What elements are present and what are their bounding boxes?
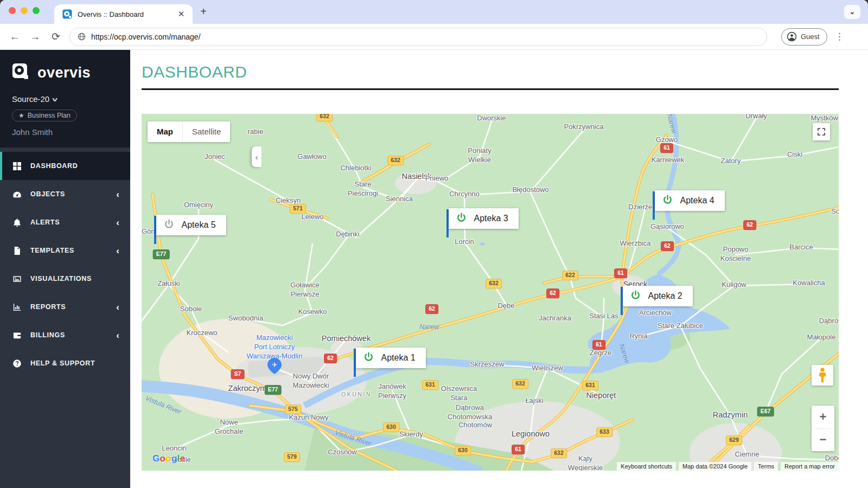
map-town-label: Nowy Dwór Mazowiecki bbox=[292, 372, 329, 390]
road-badge: 62 bbox=[425, 304, 438, 314]
tab-search-chevron-icon[interactable]: ⌄ bbox=[844, 5, 860, 19]
marker-box[interactable]: Apteka 3 bbox=[449, 208, 519, 229]
map-town-label: OKUNIN bbox=[341, 391, 372, 399]
sidebar-item-reports[interactable]: REPORTS‹ bbox=[0, 293, 130, 321]
sidebar-item-visualizations[interactable]: VISUALIZATIONS bbox=[0, 265, 130, 293]
power-status-icon bbox=[363, 351, 374, 365]
marker-label: Apteka 3 bbox=[474, 214, 508, 223]
street-view-pegman-button[interactable] bbox=[812, 365, 833, 386]
minimize-window-button[interactable] bbox=[21, 7, 28, 14]
url-bar[interactable]: https://ocp.overvis.com/manage/ bbox=[69, 28, 767, 46]
map-town-label: Dębe bbox=[497, 301, 514, 311]
sidebar-item-objects[interactable]: OBJECTS‹ bbox=[0, 180, 130, 208]
chart-icon bbox=[12, 302, 22, 312]
map-attribution: Keyboard shortcutsMap data ©2024 GoogleT… bbox=[617, 462, 839, 471]
title-divider bbox=[142, 88, 839, 90]
chevron-left-icon: ‹ bbox=[116, 190, 119, 199]
map-town-label: Swobodnia bbox=[228, 314, 263, 323]
forward-icon[interactable]: → bbox=[25, 31, 46, 43]
map-town-label: Chotomów bbox=[458, 421, 492, 430]
avatar-icon bbox=[787, 31, 797, 42]
zoom-in-button[interactable]: + bbox=[812, 406, 834, 428]
browser-toolbar: ← → ⟳ https://ocp.overvis.com/manage/ Gu… bbox=[0, 24, 868, 50]
map-town-label: Olszewnica Stara bbox=[441, 384, 477, 403]
overvis-favicon-icon bbox=[62, 9, 72, 19]
map-town-label: Łajski bbox=[525, 396, 543, 406]
map-type-satellite-button[interactable]: Satellite bbox=[182, 121, 230, 142]
road-badge: 622 bbox=[562, 271, 578, 280]
sidebar-item-label: OBJECTS bbox=[30, 190, 65, 198]
plan-badge-label: Business Plan bbox=[28, 112, 71, 119]
attribution-keyboard-shortcuts[interactable]: Keyboard shortcuts bbox=[617, 462, 676, 471]
map-town-label: Janówek Pierwszy bbox=[378, 382, 406, 401]
marker-box[interactable]: Apteka 1 bbox=[356, 348, 426, 368]
marker-box[interactable]: Apteka 4 bbox=[655, 190, 725, 211]
map-town-label: Karniewek bbox=[652, 156, 685, 165]
guest-label: Guest bbox=[801, 33, 820, 41]
sidebar-item-help-support[interactable]: HELP & SUPPORT bbox=[0, 349, 130, 377]
marker-label: Apteka 1 bbox=[381, 353, 416, 363]
map-water-label: Narew bbox=[419, 323, 439, 331]
new-tab-icon[interactable]: + bbox=[196, 5, 210, 19]
map-town-label: Barcice bbox=[789, 243, 813, 252]
fullscreen-icon bbox=[817, 127, 826, 136]
zoom-out-button[interactable]: − bbox=[812, 429, 834, 452]
source-selector[interactable]: Source-20 v bbox=[12, 94, 130, 104]
attribution-map-data-2024-google: Map data ©2024 Google bbox=[679, 462, 751, 471]
map-town-label: Nowe Grochale bbox=[215, 418, 244, 436]
map-water-label: Vistula River bbox=[144, 394, 182, 415]
marker-box[interactable]: Apteka 5 bbox=[156, 215, 226, 235]
map-town-label: Kąty Węgierskie bbox=[568, 454, 603, 471]
attribution-terms[interactable]: Terms bbox=[754, 462, 778, 471]
map-type-map-button[interactable]: Map bbox=[148, 121, 182, 142]
overvis-logo-icon bbox=[12, 63, 31, 82]
road-badge: 571 bbox=[290, 204, 306, 214]
airport-label: Mazowiecki Port Lotniczy Warszawa-Modlin bbox=[247, 333, 303, 361]
guest-profile-button[interactable]: Guest bbox=[781, 28, 827, 46]
tab-close-icon[interactable]: ✕ bbox=[176, 9, 186, 19]
map-town-label: Chrcynno bbox=[449, 190, 480, 199]
back-icon[interactable]: ← bbox=[4, 31, 25, 43]
page-title: DASHBOARD bbox=[142, 63, 839, 81]
road-badge: 61 bbox=[614, 268, 627, 278]
globe-icon bbox=[78, 33, 86, 41]
sidebar-item-label: HELP & SUPPORT bbox=[30, 359, 95, 367]
help-icon bbox=[12, 358, 22, 368]
map-town-label: Gąsiorowo bbox=[650, 222, 684, 232]
reload-icon[interactable]: ⟳ bbox=[46, 30, 66, 43]
maximize-window-button[interactable] bbox=[33, 7, 40, 14]
map-canvas[interactable]: rabieJoniecGawłowoDworskiePokrzywnicaDrw… bbox=[142, 114, 839, 471]
sidebar-item-billings[interactable]: BILLINGS‹ bbox=[0, 321, 130, 349]
airport-pin-icon: ✈ bbox=[267, 358, 282, 374]
map-type-control: Map Satellite bbox=[148, 121, 230, 142]
attribution-report-a-map-error[interactable]: Report a map error bbox=[781, 462, 839, 471]
sidebar-collapse-button[interactable]: ‹ bbox=[252, 146, 261, 167]
sidebar-item-label: VISUALIZATIONS bbox=[30, 275, 92, 282]
map-town-label: Załuski bbox=[157, 279, 180, 288]
close-window-button[interactable] bbox=[9, 7, 16, 14]
map-town-label: Nieporęt bbox=[586, 390, 616, 401]
gauge-icon bbox=[12, 189, 22, 199]
sidebar-item-label: REPORTS bbox=[30, 303, 66, 311]
road-badge: 631 bbox=[422, 380, 438, 390]
map-town-label: Pokrzywnica bbox=[564, 123, 604, 132]
road-badge: 579 bbox=[284, 452, 300, 462]
map-town-label: Stasi Las bbox=[589, 312, 618, 321]
road-badge: 632 bbox=[486, 279, 502, 288]
marker-box[interactable]: Apteka 2 bbox=[623, 286, 693, 306]
browser-menu-icon[interactable]: ⋮ bbox=[835, 31, 844, 42]
sidebar-item-alerts[interactable]: ALERTS‹ bbox=[0, 208, 130, 236]
road-badge: 632 bbox=[387, 156, 404, 165]
fullscreen-button[interactable] bbox=[813, 123, 830, 140]
map-town-label: Błędostowo bbox=[512, 185, 548, 195]
map-town-label: Jachranka bbox=[539, 314, 571, 323]
map-town-label: Lelewo bbox=[301, 213, 323, 222]
road-badge: 629 bbox=[726, 435, 742, 445]
road-badge: 632 bbox=[551, 448, 567, 458]
browser-tab[interactable]: Overvis :: Dashboard ✕ bbox=[54, 4, 193, 24]
map-town-label: Kowalicha bbox=[793, 279, 825, 288]
sidebar-nav: DASHBOARDOBJECTS‹ALERTS‹TEMPLATES‹VISUAL… bbox=[0, 147, 130, 377]
sidebar-item-dashboard[interactable]: DASHBOARD bbox=[0, 152, 130, 180]
sidebar-item-templates[interactable]: TEMPLATES‹ bbox=[0, 236, 130, 265]
source-selector-label: Source-20 bbox=[12, 94, 49, 104]
